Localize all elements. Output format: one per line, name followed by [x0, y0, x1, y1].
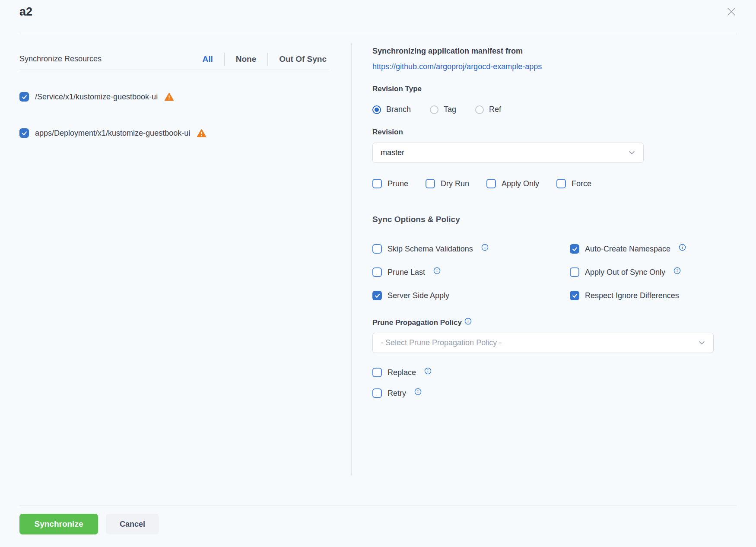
- flag-force-checkbox[interactable]: [556, 179, 566, 188]
- flag-apply-only-checkbox[interactable]: [486, 179, 496, 188]
- info-icon[interactable]: [481, 244, 489, 251]
- dialog-title: a2: [19, 5, 32, 19]
- filter-tab-all[interactable]: All: [191, 54, 224, 64]
- flag-dry-run[interactable]: Dry Run: [426, 179, 469, 188]
- revision-type-label: Revision Type: [372, 85, 422, 93]
- option-server-side-apply[interactable]: Server Side Apply: [372, 290, 570, 301]
- option-auto-create-namespace-label: Auto-Create Namespace: [585, 245, 670, 254]
- option-retry[interactable]: Retry: [372, 388, 422, 398]
- radio-tag[interactable]: Tag: [430, 105, 456, 114]
- option-replace[interactable]: Replace: [372, 368, 432, 377]
- resources-header-row: Synchronize Resources All None Out Of Sy…: [19, 51, 329, 70]
- flag-apply-only-label: Apply Only: [502, 179, 539, 188]
- radio-tag-control[interactable]: [430, 105, 438, 114]
- flag-prune-checkbox[interactable]: [372, 179, 382, 188]
- option-respect-ignore-differences[interactable]: Respect Ignore Differences: [570, 290, 714, 301]
- sync-flags-row: Prune Dry Run Apply Only Force: [372, 179, 609, 188]
- resource-filter-tabs: All None Out Of Sync: [191, 53, 329, 66]
- info-icon[interactable]: [424, 367, 432, 375]
- sync-options-heading: Sync Options & Policy: [372, 215, 460, 224]
- manifest-repo-link[interactable]: https://github.com/argoproj/argocd-examp…: [372, 62, 542, 71]
- option-apply-out-of-sync-only[interactable]: Apply Out of Sync Only: [570, 267, 714, 278]
- warning-icon: [165, 92, 174, 101]
- manifest-source-label: Synchronizing application manifest from: [372, 47, 523, 56]
- sync-dialog: a2 Synchronize Resources All None Out Of…: [0, 0, 756, 547]
- resource-label: /Service/x1/kustomize-guestbook-ui: [35, 92, 158, 102]
- resource-checkbox[interactable]: [19, 128, 29, 138]
- flag-force-label: Force: [572, 179, 591, 188]
- panel-divider: [351, 43, 352, 475]
- option-replace-checkbox[interactable]: [372, 368, 382, 377]
- resource-label: apps/Deployment/x1/kustomize-guestbook-u…: [35, 129, 190, 138]
- info-icon[interactable]: [679, 244, 686, 251]
- header-divider: [19, 34, 737, 34]
- radio-branch-label: Branch: [386, 105, 411, 114]
- option-prune-last-checkbox[interactable]: [372, 267, 382, 277]
- sync-options-grid: Skip Schema Validations Auto-Create Name…: [372, 243, 714, 301]
- option-apply-out-of-sync-only-checkbox[interactable]: [570, 267, 579, 277]
- revision-select-value: master: [381, 148, 404, 157]
- footer-divider: [19, 506, 737, 506]
- radio-tag-label: Tag: [444, 105, 456, 114]
- prune-propagation-policy-select[interactable]: - Select Prune Propagation Policy -: [372, 333, 714, 353]
- info-icon[interactable]: [414, 388, 422, 395]
- synchronize-button[interactable]: Synchronize: [19, 514, 98, 534]
- radio-branch-control[interactable]: [372, 105, 381, 114]
- info-icon[interactable]: [464, 318, 472, 325]
- flag-prune-label: Prune: [388, 179, 408, 188]
- option-respect-ignore-differences-label: Respect Ignore Differences: [585, 291, 679, 300]
- prune-propagation-policy-label-text: Prune Propagation Policy: [372, 318, 462, 327]
- chevron-down-icon: [628, 149, 635, 156]
- flag-prune[interactable]: Prune: [372, 179, 408, 188]
- radio-ref[interactable]: Ref: [475, 105, 501, 114]
- revision-label: Revision: [372, 128, 403, 137]
- resources-heading: Synchronize Resources: [19, 54, 102, 64]
- cancel-button[interactable]: Cancel: [106, 514, 159, 534]
- option-replace-label: Replace: [388, 368, 416, 377]
- option-retry-checkbox[interactable]: [372, 388, 382, 398]
- flag-apply-only[interactable]: Apply Only: [486, 179, 539, 188]
- revision-select[interactable]: master: [372, 143, 644, 163]
- flag-dry-run-label: Dry Run: [441, 179, 469, 188]
- resource-row: /Service/x1/kustomize-guestbook-ui: [19, 92, 174, 102]
- option-apply-out-of-sync-only-label: Apply Out of Sync Only: [585, 268, 665, 277]
- option-server-side-apply-label: Server Side Apply: [388, 291, 449, 300]
- resource-row: apps/Deployment/x1/kustomize-guestbook-u…: [19, 128, 206, 138]
- flag-dry-run-checkbox[interactable]: [426, 179, 435, 188]
- option-skip-schema-validations-label: Skip Schema Validations: [388, 245, 473, 254]
- option-server-side-apply-checkbox[interactable]: [372, 291, 382, 300]
- radio-ref-label: Ref: [489, 105, 501, 114]
- radio-branch[interactable]: Branch: [372, 105, 411, 114]
- warning-icon: [197, 129, 206, 137]
- radio-ref-control[interactable]: [475, 105, 484, 114]
- option-skip-schema-validations[interactable]: Skip Schema Validations: [372, 243, 570, 254]
- option-prune-last-label: Prune Last: [388, 268, 425, 277]
- close-icon[interactable]: [726, 6, 737, 17]
- option-skip-schema-validations-checkbox[interactable]: [372, 244, 382, 254]
- info-icon[interactable]: [433, 267, 441, 274]
- chevron-down-icon: [698, 339, 705, 347]
- prune-propagation-policy-label: Prune Propagation Policy: [372, 318, 472, 327]
- option-respect-ignore-differences-checkbox[interactable]: [570, 291, 579, 300]
- option-auto-create-namespace-checkbox[interactable]: [570, 244, 579, 254]
- option-prune-last[interactable]: Prune Last: [372, 267, 570, 278]
- revision-type-radio-group: Branch Tag Ref: [372, 105, 520, 114]
- option-auto-create-namespace[interactable]: Auto-Create Namespace: [570, 243, 714, 254]
- filter-tab-out-of-sync[interactable]: Out Of Sync: [268, 54, 329, 64]
- filter-tab-none[interactable]: None: [225, 54, 268, 64]
- info-icon[interactable]: [673, 267, 681, 274]
- resource-checkbox[interactable]: [19, 92, 29, 102]
- flag-force[interactable]: Force: [556, 179, 591, 188]
- option-retry-label: Retry: [388, 389, 406, 398]
- prune-propagation-policy-placeholder: - Select Prune Propagation Policy -: [381, 338, 502, 347]
